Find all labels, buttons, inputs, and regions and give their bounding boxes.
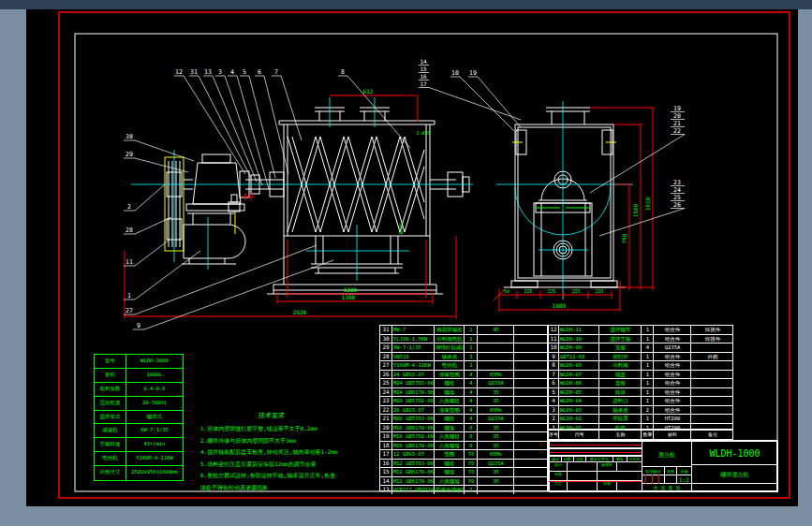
table-cell: M16 GB6170-86	[392, 442, 435, 450]
table-cell: 1	[642, 371, 654, 379]
table-cell: 3	[549, 406, 559, 415]
table-cell: 65Mn	[478, 450, 514, 459]
table-cell: 20	[380, 424, 392, 432]
table-row: 减速机XW-7-1/35	[95, 424, 183, 438]
table-cell: 1	[642, 388, 654, 397]
table-cell	[514, 335, 548, 343]
table-cell: 材料	[654, 431, 691, 439]
table-cell: 组合件	[654, 397, 691, 405]
table-cell: 14	[380, 477, 392, 486]
callout-24: 24	[673, 186, 681, 194]
table-cell: 梅花联轴器	[435, 326, 465, 334]
drawing-number: WLDH-1000	[691, 441, 778, 465]
table-cell: 7	[549, 371, 559, 379]
bom-table-right: 12WLDH-11搅拌螺带1组合件焊接件11WLDH-10搅拌主轴1组合件焊接件…	[548, 325, 733, 430]
table-cell: 1	[642, 361, 654, 370]
table-cell: 43r/min	[126, 438, 183, 451]
table-row: 5WLDH-05筒体1组合件	[549, 388, 733, 398]
dim-side-bottom-overall: 1009	[553, 302, 567, 309]
table-cell	[514, 343, 548, 352]
table-row: 23M20 GB5782-86六角螺栓435	[380, 397, 548, 406]
table-cell	[478, 361, 514, 370]
table-cell: 35	[478, 432, 514, 441]
dim-seg-2: 225	[547, 288, 555, 294]
table-row: 型号WLDH-1000	[95, 355, 183, 369]
table-row: 搅拌形式螺带式	[95, 411, 183, 425]
table-cell: 4	[549, 397, 559, 405]
table-cell: 型号	[95, 355, 126, 368]
table-row: 8WLDH-08出料阀1组合件	[549, 361, 733, 371]
table-cell: 22	[380, 406, 392, 415]
dim-side-inner: 1500	[632, 203, 639, 217]
table-cell: 1	[642, 415, 654, 423]
table-cell: 序号	[549, 431, 559, 439]
table-cell	[691, 343, 733, 352]
table-cell: 2	[465, 486, 478, 494]
table-cell: 35	[478, 388, 514, 397]
table-row: 16M12 GB5783-86螺栓78Q235A	[380, 460, 548, 469]
drawing-subtitle: 螺带混合机	[691, 464, 778, 484]
table-cell: 带轮罩	[599, 415, 642, 423]
table-cell	[514, 486, 548, 494]
technical-notes: 技术要求 1.筒体内壁焊缝打磨平整,错边量不大于0.2mm2.螺带外缘与筒体内壁…	[200, 411, 402, 494]
table-cell	[691, 379, 733, 387]
table-row: 27Y160M-4-11KW电动机1	[380, 361, 548, 371]
table-cell: 螺栓	[435, 415, 465, 423]
table-cell	[514, 460, 548, 468]
table-row: 电动机Y160M-4-11KW	[95, 452, 183, 466]
table-cell	[691, 388, 733, 397]
title-block: 标记 处数 分区 更改文件号 签名 年月日 设计 标准化 审核 工艺 批准 混合…	[548, 440, 777, 491]
table-cell: 65Mn	[478, 371, 514, 379]
annotation-diameter: Ø325	[398, 223, 404, 234]
table-cell	[514, 353, 548, 361]
table-cell: 2	[549, 415, 559, 423]
table-cell: 组合件	[654, 406, 691, 415]
table-cell: 35	[478, 397, 514, 405]
callout-15: 15	[420, 66, 427, 72]
table-cell: Q235A	[654, 343, 691, 352]
table-row: 装料系数0.4-0.6	[95, 383, 183, 397]
table-cell: 4	[465, 379, 478, 387]
table-cell: 搅拌形式	[95, 411, 126, 424]
callout-26: 26	[673, 201, 681, 209]
table-cell: 焊接件	[691, 335, 733, 343]
dim-front-outer: 1390	[342, 294, 356, 300]
callout-1: 1	[127, 292, 131, 300]
table-cell: 4	[465, 406, 478, 415]
red-tick	[645, 475, 646, 484]
table-cell	[514, 424, 548, 432]
table-cell: 组合件	[654, 326, 691, 334]
table-cell	[514, 406, 548, 415]
table-row: 20M16 GB6170-86螺母835	[380, 424, 548, 433]
table-cell: 18	[380, 442, 392, 450]
table-cell	[478, 353, 514, 361]
table-cell	[478, 335, 514, 343]
table-cell	[514, 415, 548, 423]
table-cell: Q235A	[478, 379, 514, 387]
table-row: 13UCP211 GB7810-87带座外球面球轴承2	[380, 486, 548, 494]
table-cell: 24	[380, 388, 392, 397]
callout-6: 6	[258, 68, 261, 76]
revision-row	[549, 441, 642, 448]
table-cell: Q235A	[478, 460, 514, 468]
table-cell: 70	[465, 477, 478, 486]
table-cell: M24 GB6170-86	[392, 388, 435, 397]
table-cell: 27	[380, 361, 392, 370]
table-row: 29XW-7-1/35摆线针轮减速机1	[380, 343, 548, 353]
table-cell: 名称	[599, 431, 642, 439]
table-cell: 20-500目	[126, 397, 183, 410]
table-cell: 密封环	[599, 353, 642, 361]
table-cell: XW-7-1/35	[392, 343, 435, 352]
table-cell: 35	[478, 477, 514, 486]
table-row: 18M16 GB6170-86六角螺母835	[380, 442, 548, 451]
table-cell: 6	[549, 379, 559, 387]
table-cell: WLDH-1000	[126, 355, 183, 368]
callout-12: 12	[175, 68, 183, 76]
table-cell: 26	[380, 371, 392, 379]
table-cell: XW-7-1/35	[126, 424, 183, 437]
table-cell: 螺栓	[435, 379, 465, 387]
table-cell: 35	[478, 424, 514, 432]
table-cell: 主轴转速	[95, 438, 126, 451]
table-cell: 1	[465, 335, 478, 343]
table-row: 15M12 GB6170-86螺母7835	[380, 468, 548, 477]
